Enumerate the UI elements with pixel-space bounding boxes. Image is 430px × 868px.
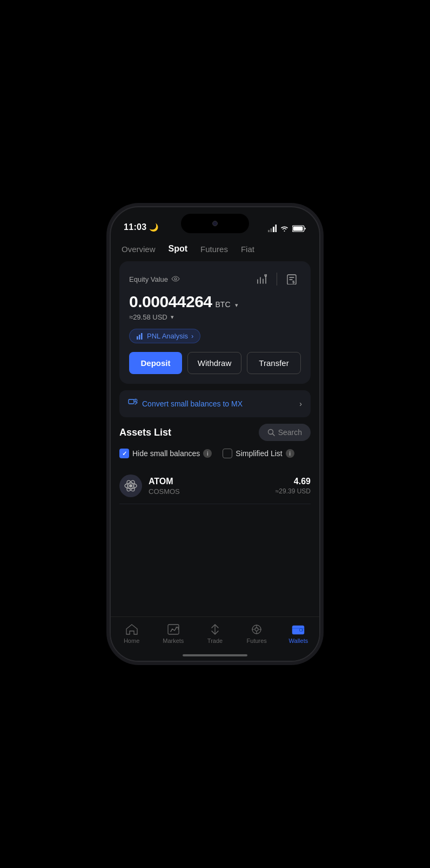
- wallets-icon: [292, 623, 305, 635]
- equity-top-actions: $: [253, 270, 301, 288]
- svg-rect-1: [271, 228, 272, 232]
- wifi-icon: [280, 225, 289, 232]
- main-content: Overview Spot Futures Fiat Equity Value: [111, 236, 319, 661]
- equity-usd-value: ≈29.58 USD: [129, 313, 167, 321]
- atom-amount: 4.69: [276, 477, 311, 486]
- equity-label: Equity Value: [129, 275, 180, 283]
- convert-icon: $: [128, 398, 138, 410]
- hide-small-info-icon[interactable]: i: [203, 449, 212, 458]
- nav-label-futures: Futures: [247, 638, 267, 644]
- svg-rect-3: [276, 225, 277, 232]
- svg-point-17: [129, 484, 132, 487]
- nav-item-wallets[interactable]: Wallets: [278, 622, 319, 644]
- tab-futures[interactable]: Futures: [200, 245, 228, 254]
- svg-rect-10: [137, 336, 138, 340]
- trade-icon: [209, 623, 221, 635]
- pnl-label: PNL Analysis: [147, 332, 188, 340]
- home-icon: [125, 623, 138, 635]
- search-button[interactable]: Search: [259, 424, 311, 441]
- di-camera: [212, 221, 218, 226]
- search-label: Search: [278, 428, 302, 437]
- phone-frame: 11:03 🌙: [110, 206, 320, 662]
- simplified-list-label: Simplified List: [236, 449, 282, 458]
- equity-label-text: Equity Value: [129, 275, 168, 283]
- svg-rect-13: [129, 399, 134, 404]
- svg-point-6: [174, 277, 177, 280]
- signal-icon: [268, 225, 277, 232]
- equity-header: Equity Value: [129, 270, 301, 288]
- status-time: 11:03 🌙: [124, 222, 158, 232]
- nav-label-home: Home: [124, 638, 139, 644]
- svg-rect-12: [141, 333, 143, 340]
- svg-point-23: [255, 628, 258, 631]
- equity-number: 0.00044264: [129, 293, 212, 311]
- transfer-button[interactable]: Transfer: [247, 352, 301, 374]
- search-icon: [267, 429, 275, 436]
- atom-value: 4.69 ≈29.39 USD: [276, 477, 311, 495]
- hide-small-balances-label: Hide small balances: [132, 449, 200, 458]
- equity-usd: ≈29.58 USD ▾: [129, 313, 301, 321]
- atom-logo: [119, 474, 142, 497]
- currency-chevron[interactable]: ▾: [235, 302, 238, 309]
- svg-rect-2: [273, 227, 274, 232]
- atom-full-name: COSMOS: [149, 487, 276, 496]
- svg-point-26: [300, 629, 302, 631]
- atom-usd-value: ≈29.39 USD: [276, 487, 311, 495]
- assets-header: Assets List Search: [119, 424, 311, 441]
- simplified-list-info-icon[interactable]: i: [286, 449, 294, 458]
- chart-icon-btn[interactable]: [253, 270, 271, 288]
- nav-label-markets: Markets: [163, 638, 184, 644]
- tab-fiat[interactable]: Fiat: [241, 245, 254, 254]
- futures-icon: [250, 623, 263, 635]
- assets-section: Assets List Search ✓ Hide sm: [119, 424, 311, 504]
- svg-rect-11: [139, 335, 140, 340]
- nav-label-trade: Trade: [207, 638, 223, 644]
- tab-spot[interactable]: Spot: [169, 244, 188, 254]
- bill-icon-btn[interactable]: $: [283, 270, 301, 288]
- nav-item-home[interactable]: Home: [111, 622, 152, 644]
- nav-label-wallets: Wallets: [289, 638, 308, 644]
- nav-tabs: Overview Spot Futures Fiat: [111, 236, 319, 259]
- moon-icon: 🌙: [149, 223, 158, 232]
- divider: [277, 273, 277, 286]
- svg-rect-5: [293, 226, 303, 230]
- simplified-list-filter[interactable]: Simplified List i: [223, 449, 294, 458]
- usd-chevron[interactable]: ▾: [171, 314, 174, 321]
- pnl-analysis-btn[interactable]: PNL Analysis ›: [129, 329, 200, 343]
- atom-info: ATOM COSMOS: [149, 477, 276, 496]
- tab-overview[interactable]: Overview: [122, 245, 156, 254]
- status-icons: [268, 225, 306, 232]
- convert-left: $ Convert small balances to MX: [128, 398, 243, 410]
- simplified-list-checkbox[interactable]: [223, 449, 232, 458]
- filters-row: ✓ Hide small balances i Simplified List …: [119, 449, 311, 458]
- equity-amount: 0.00044264 BTC ▾: [129, 293, 301, 311]
- action-buttons: Deposit Withdraw Transfer: [129, 352, 301, 374]
- svg-text:$: $: [292, 280, 295, 284]
- asset-row-atom[interactable]: ATOM COSMOS 4.69 ≈29.39 USD: [119, 468, 311, 504]
- deposit-button[interactable]: Deposit: [129, 352, 182, 374]
- equity-currency: BTC: [216, 300, 231, 309]
- convert-banner[interactable]: $ Convert small balances to MX ›: [119, 390, 311, 417]
- convert-text: Convert small balances to MX: [142, 399, 243, 408]
- home-indicator: [183, 654, 247, 656]
- atom-symbol: ATOM: [149, 477, 276, 486]
- nav-item-trade[interactable]: Trade: [194, 622, 236, 644]
- dynamic-island: [181, 214, 249, 233]
- battery-icon: [292, 225, 306, 232]
- checkmark-icon: ✓: [122, 450, 127, 457]
- equity-card: Equity Value: [119, 261, 311, 384]
- markets-icon: [167, 623, 180, 635]
- svg-text:$: $: [135, 399, 137, 402]
- withdraw-button[interactable]: Withdraw: [187, 352, 241, 374]
- convert-arrow-icon: ›: [299, 399, 302, 408]
- eye-icon[interactable]: [171, 275, 180, 283]
- hide-small-balances-checkbox[interactable]: ✓: [119, 449, 129, 458]
- nav-item-futures[interactable]: Futures: [236, 622, 278, 644]
- svg-rect-0: [268, 230, 270, 232]
- pnl-chevron: ›: [191, 332, 193, 340]
- assets-title: Assets List: [119, 427, 171, 438]
- nav-item-markets[interactable]: Markets: [152, 622, 194, 644]
- hide-small-balances-filter[interactable]: ✓ Hide small balances i: [119, 449, 212, 458]
